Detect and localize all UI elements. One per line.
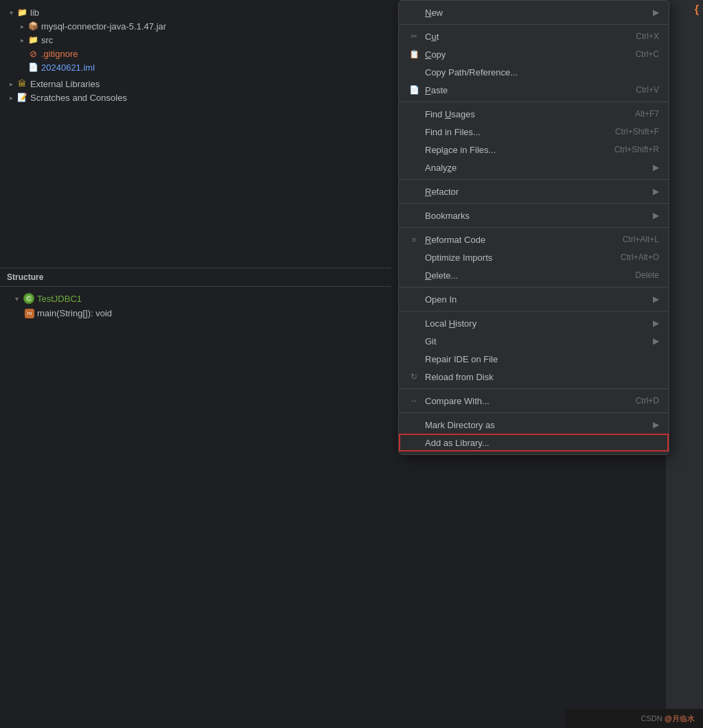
tree-label-scratches: Scratches and Consoles (30, 93, 127, 103)
menu-label-add-library: Add as Library... (425, 438, 659, 448)
separator-7 (399, 311, 669, 312)
open-in-arrow: ▶ (653, 294, 659, 304)
copy-path-icon (408, 67, 419, 78)
find-files-shortcut: Ctrl+Shift+F (615, 127, 659, 137)
separator-5 (399, 227, 669, 228)
reload-icon: ↻ (408, 371, 419, 382)
menu-label-find-files: Find in Files... (425, 127, 601, 137)
footer: CSDN @月临水 (566, 709, 703, 728)
tree-label-ext: External Libraries (30, 79, 100, 89)
structure-item-method[interactable]: m main(String[]): void (0, 306, 391, 320)
menu-label-find-usages: Find Usages (425, 109, 621, 119)
structure-item-class[interactable]: C TestJDBC1 (0, 291, 391, 306)
menu-label-optimize: Optimize Imports (425, 253, 607, 263)
mark-dir-arrow: ▶ (653, 420, 659, 430)
menu-item-new[interactable]: New ▶ (399, 3, 669, 21)
tree-label-lib: lib (30, 8, 39, 18)
optimize-icon (408, 252, 419, 263)
menu-item-reload-disk[interactable]: ↻ Reload from Disk (399, 368, 669, 386)
menu-item-repair-ide[interactable]: Repair IDE on File (399, 350, 669, 368)
menu-item-find-files[interactable]: Find in Files... Ctrl+Shift+F (399, 123, 669, 141)
menu-item-cut[interactable]: ✂ Cut Ctrl+X (399, 27, 669, 45)
add-library-icon (408, 437, 419, 448)
menu-item-compare-with[interactable]: ↔ Compare With... Ctrl+D (399, 392, 669, 410)
separator-3 (399, 179, 669, 180)
jar-icon: 📦 (27, 21, 38, 32)
tree-label-iml: 20240621.iml (41, 62, 95, 73)
analyze-arrow: ▶ (653, 163, 659, 172)
iml-icon: 📄 (27, 62, 38, 73)
menu-item-copy[interactable]: 📋 Copy Ctrl+C (399, 45, 669, 63)
tree-item-gitignore[interactable]: ⊘ .gitignore (0, 47, 391, 60)
git-icon (408, 336, 419, 347)
struct-class-label: TestJDBC1 (37, 294, 82, 304)
menu-item-analyze[interactable]: Analyze ▶ (399, 158, 669, 176)
menu-label-local-history: Local History (425, 318, 647, 329)
tree-item-ext-lib[interactable]: 🏛 External Libraries (0, 77, 391, 91)
menu-item-replace-files[interactable]: Replace in Files... Ctrl+Shift+R (399, 141, 669, 158)
struct-class-arrow (11, 293, 22, 304)
tree-item-iml[interactable]: 📄 20240621.iml (0, 60, 391, 74)
tree-arrow-jar (16, 21, 27, 32)
reformat-shortcut: Ctrl+Alt+L (623, 235, 659, 244)
separator-6 (399, 287, 669, 287)
local-history-icon (408, 318, 419, 329)
menu-item-bookmarks[interactable]: Bookmarks ▶ (399, 207, 669, 224)
menu-label-refactor: Refactor (425, 187, 647, 197)
menu-item-delete[interactable]: Delete... Delete (399, 266, 669, 284)
compare-shortcut: Ctrl+D (636, 396, 659, 406)
menu-label-reload-disk: Reload from Disk (425, 372, 659, 382)
cut-shortcut: Ctrl+X (636, 32, 659, 41)
delete-icon (408, 270, 419, 281)
menu-label-replace-files: Replace in Files... (425, 145, 601, 155)
menu-item-reformat[interactable]: ≡ Reformat Code Ctrl+Alt+L (399, 231, 669, 248)
tree-item-scratches[interactable]: 📝 Scratches and Consoles (0, 91, 391, 104)
menu-label-bookmarks: Bookmarks (425, 211, 647, 221)
menu-item-find-usages[interactable]: Find Usages Alt+F7 (399, 105, 669, 123)
menu-item-refactor[interactable]: Refactor ▶ (399, 183, 669, 200)
menu-item-paste[interactable]: 📄 Paste Ctrl+V (399, 81, 669, 99)
new-icon (408, 7, 419, 18)
ext-lib-icon: 🏛 (16, 78, 27, 89)
footer-text: CSDN @月临水 (641, 714, 695, 724)
new-arrow: ▶ (653, 8, 659, 17)
cut-icon: ✂ (408, 31, 419, 42)
tree-item-mysql-jar[interactable]: 📦 mysql-connector-java-5.1.47.jar (0, 19, 391, 33)
tree-item-lib[interactable]: 📁 lib (0, 5, 391, 19)
method-icon: m (25, 309, 34, 318)
structure-panel: Structure C TestJDBC1 m main(String[]): … (0, 268, 391, 728)
menu-label-mark-directory: Mark Directory as (425, 420, 647, 430)
find-usages-icon (408, 108, 419, 119)
tree-item-src[interactable]: 📁 src (0, 33, 391, 47)
menu-item-local-history[interactable]: Local History ▶ (399, 314, 669, 332)
separator-8 (399, 388, 669, 389)
repair-icon (408, 353, 419, 364)
menu-item-copy-path[interactable]: Copy Path/Reference... (399, 63, 669, 81)
menu-label-repair-ide: Repair IDE on File (425, 354, 659, 364)
menu-item-git[interactable]: Git ▶ (399, 332, 669, 350)
menu-item-mark-directory[interactable]: Mark Directory as ▶ (399, 416, 669, 434)
class-icon: C (23, 293, 34, 304)
right-panel: { (666, 0, 703, 728)
bookmarks-icon (408, 210, 419, 221)
paste-shortcut: Ctrl+V (636, 85, 659, 95)
separator-2 (399, 102, 669, 102)
menu-item-add-library[interactable]: Add as Library... (399, 434, 669, 451)
menu-item-optimize[interactable]: Optimize Imports Ctrl+Alt+O (399, 248, 669, 266)
menu-item-open-in[interactable]: Open In ▶ (399, 290, 669, 308)
menu-label-open-in: Open In (425, 294, 647, 305)
delete-shortcut: Delete (635, 270, 659, 280)
gitignore-icon: ⊘ (27, 48, 38, 59)
tree-label-gitignore: .gitignore (41, 49, 78, 59)
find-files-icon (408, 126, 419, 137)
menu-label-compare-with: Compare With... (425, 396, 622, 406)
local-history-arrow: ▶ (653, 318, 659, 328)
refactor-icon (408, 186, 419, 197)
menu-label-new: New (425, 8, 647, 18)
scratches-icon: 📝 (16, 92, 27, 103)
menu-label-copy-path: Copy Path/Reference... (425, 67, 659, 78)
copy-icon: 📋 (408, 49, 419, 60)
compare-icon: ↔ (408, 395, 419, 406)
menu-label-paste: Paste (425, 85, 622, 95)
optimize-shortcut: Ctrl+Alt+O (621, 253, 659, 262)
